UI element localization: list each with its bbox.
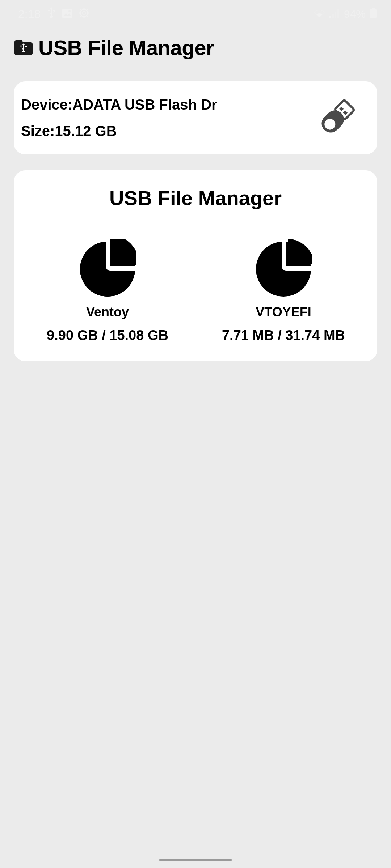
partitions-row: Ventoy 9.90 GB / 15.08 GB VTOYEFI 7.71 M… [20, 239, 371, 343]
wifi-icon [314, 8, 325, 21]
size-label: Size: [21, 123, 55, 139]
status-right: 94% [314, 8, 377, 21]
svg-rect-13 [332, 14, 334, 18]
svg-point-3 [83, 12, 85, 14]
usb-drive-icon [313, 94, 360, 141]
app-title: USB File Manager [38, 35, 214, 60]
svg-rect-14 [335, 12, 336, 18]
svg-rect-12 [329, 16, 331, 18]
device-info: Device:ADATA USB Flash Dr Size:15.12 GB [21, 97, 217, 139]
battery-text: 94% [344, 8, 366, 20]
partition-item[interactable]: VTOYEFI 7.71 MB / 31.74 MB [196, 239, 371, 343]
app-header: USB File Manager [0, 25, 391, 70]
pie-chart-icon [255, 239, 312, 297]
svg-rect-0 [62, 9, 72, 18]
svg-rect-17 [372, 8, 375, 9]
partitions-title: USB File Manager [20, 186, 371, 210]
gear-status-icon [79, 8, 89, 21]
battery-icon [370, 8, 377, 21]
partitions-card: USB File Manager [14, 170, 377, 361]
partition-size: 7.71 MB / 31.74 MB [222, 328, 345, 343]
svg-point-1 [68, 10, 71, 12]
partition-name: Ventoy [86, 305, 129, 320]
svg-line-11 [87, 9, 88, 10]
usb-status-icon [47, 7, 56, 21]
svg-rect-20 [343, 110, 348, 115]
status-time: 2:18 [18, 8, 41, 21]
svg-rect-16 [370, 9, 377, 18]
status-left: 2:18 [18, 7, 89, 21]
svg-rect-19 [339, 107, 344, 111]
navigation-handle[interactable] [159, 859, 232, 861]
device-size: 15.12 GB [55, 123, 117, 139]
partition-name: VTOYEFI [256, 305, 311, 320]
device-name-row: Device:ADATA USB Flash Dr [21, 97, 217, 113]
svg-line-9 [87, 16, 88, 17]
app-folder-usb-icon [14, 40, 33, 56]
device-size-row: Size:15.12 GB [21, 123, 217, 139]
device-label: Device: [21, 97, 72, 112]
partition-item[interactable]: Ventoy 9.90 GB / 15.08 GB [20, 239, 196, 343]
svg-line-10 [80, 16, 81, 17]
svg-rect-15 [337, 9, 339, 18]
image-status-icon [62, 8, 72, 21]
partition-size: 9.90 GB / 15.08 GB [47, 328, 168, 343]
device-card[interactable]: Device:ADATA USB Flash Dr Size:15.12 GB [14, 81, 377, 154]
svg-line-8 [80, 9, 81, 10]
device-name: ADATA USB Flash Dr [72, 97, 217, 112]
signal-icon [329, 8, 340, 21]
pie-chart-icon [79, 239, 136, 297]
status-bar: 2:18 94% [0, 0, 391, 25]
